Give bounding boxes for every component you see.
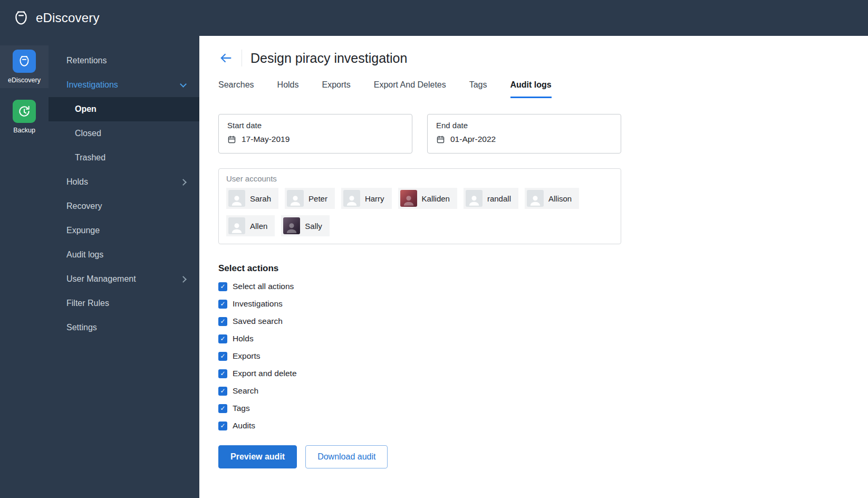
user-chip[interactable]: Sally: [281, 215, 330, 236]
checkbox-checked-icon: ✓: [218, 422, 227, 430]
sidebar-item-trashed[interactable]: Trashed: [49, 146, 199, 170]
sidebar-item-label: Trashed: [75, 153, 105, 162]
checkbox-checked-icon: ✓: [218, 404, 227, 413]
start-date-value-row: 17-May-2019: [227, 135, 403, 144]
user-accounts-label: User accounts: [226, 174, 613, 183]
checkbox-checked-icon: ✓: [218, 282, 227, 291]
checkbox-label: Holds: [233, 334, 254, 343]
sidebar-item-label: Closed: [75, 129, 101, 138]
chevron-right-icon: [180, 179, 187, 186]
back-arrow-icon[interactable]: [218, 51, 233, 65]
user-name: randall: [487, 194, 511, 203]
sidebar-item-investigations[interactable]: Investigations: [49, 73, 199, 97]
start-date-value: 17-May-2019: [242, 135, 290, 144]
rail-item-backup[interactable]: Backup: [0, 95, 49, 138]
rail-item-ediscovery[interactable]: eDiscovery: [0, 45, 49, 88]
sidebar-item-label: Expunge: [66, 226, 100, 235]
user-chip[interactable]: Peter: [285, 188, 335, 209]
tab-tags[interactable]: Tags: [469, 80, 487, 98]
action-buttons: Preview audit Download audit: [218, 445, 847, 468]
sidebar-item-holds[interactable]: Holds: [49, 170, 199, 194]
checkbox-label: Investigations: [233, 299, 283, 309]
sidebar-item-label: Open: [75, 104, 97, 114]
sidebar-item-open[interactable]: Open: [49, 97, 199, 121]
checkbox-label: Select all actions: [233, 282, 294, 291]
date-filters: Start date 17-May-2019 End date: [218, 114, 847, 154]
user-chip[interactable]: Allison: [525, 188, 579, 209]
user-chip[interactable]: Sarah: [226, 188, 278, 209]
tab-bar: Searches Holds Exports Export And Delete…: [218, 80, 847, 98]
sidebar-item-label: Investigations: [66, 80, 118, 90]
end-date-field[interactable]: End date 01-Apr-2022: [427, 114, 621, 154]
checkbox-checked-icon: ✓: [218, 300, 227, 309]
ediscovery-logo-icon: [13, 9, 30, 26]
tab-searches[interactable]: Searches: [218, 80, 254, 98]
sidebar-item-label: Retentions: [66, 56, 107, 65]
sidebar-item-label: Audit logs: [66, 250, 103, 260]
user-chip[interactable]: Kalliden: [398, 188, 457, 209]
sidebar-item-label: Holds: [66, 177, 88, 187]
tab-holds[interactable]: Holds: [277, 80, 299, 98]
avatar: [283, 217, 300, 234]
user-name: Harry: [365, 194, 384, 203]
checkbox-exports[interactable]: ✓ Exports: [218, 351, 847, 361]
sidebar-item-label: Filter Rules: [66, 299, 109, 308]
checkbox-select-all-actions[interactable]: ✓ Select all actions: [218, 282, 847, 291]
start-date-label: Start date: [227, 121, 403, 130]
checkbox-label: Tags: [233, 404, 250, 413]
rail-item-label: Backup: [13, 127, 35, 134]
sidebar-item-user-management[interactable]: User Management: [49, 267, 199, 291]
avatar: [527, 190, 544, 207]
user-chip[interactable]: Allen: [226, 215, 275, 236]
tab-exports[interactable]: Exports: [322, 80, 351, 98]
checkbox-holds[interactable]: ✓ Holds: [218, 334, 847, 343]
checkbox-checked-icon: ✓: [218, 317, 227, 326]
calendar-icon: [227, 135, 236, 144]
topbar: eDiscovery: [0, 0, 868, 36]
sidebar-item-settings[interactable]: Settings: [49, 315, 199, 340]
checkbox-saved-search[interactable]: ✓ Saved search: [218, 317, 847, 326]
avatar: [343, 190, 360, 207]
end-date-value: 01-Apr-2022: [450, 135, 496, 144]
sidebar-item-label: Settings: [66, 323, 97, 332]
sidebar-item-retentions[interactable]: Retentions: [49, 49, 199, 73]
backup-icon: [13, 100, 36, 123]
checkbox-label: Exports: [233, 351, 261, 361]
checkbox-search[interactable]: ✓ Search: [218, 386, 847, 396]
user-chip[interactable]: Harry: [341, 188, 392, 209]
tab-export-and-deletes[interactable]: Export And Deletes: [374, 80, 446, 98]
user-name: Allen: [250, 222, 267, 231]
preview-audit-button[interactable]: Preview audit: [218, 445, 297, 468]
sidebar-item-audit-logs[interactable]: Audit logs: [49, 243, 199, 267]
sidebar-item-filter-rules[interactable]: Filter Rules: [49, 291, 199, 315]
checkbox-label: Search: [233, 386, 258, 396]
chevron-down-icon: [180, 81, 187, 88]
sidebar-item-recovery[interactable]: Recovery: [49, 194, 199, 218]
app-window: eDiscovery eDiscovery: [0, 0, 868, 498]
left-rail: eDiscovery Backup: [0, 36, 49, 498]
sidebar: Retentions Investigations Open Closed Tr…: [49, 36, 199, 498]
page-title: Design piracy investigation: [250, 51, 407, 66]
user-name: Sarah: [250, 194, 271, 203]
tab-audit-logs[interactable]: Audit logs: [510, 80, 552, 98]
avatar: [287, 190, 304, 207]
ediscovery-icon: [13, 50, 36, 73]
checkbox-tags[interactable]: ✓ Tags: [218, 404, 847, 413]
user-chips: Sarah Peter Harry: [226, 188, 613, 236]
checkbox-checked-icon: ✓: [218, 352, 227, 361]
main-content: Design piracy investigation Searches Hol…: [199, 36, 868, 498]
download-audit-button[interactable]: Download audit: [305, 445, 388, 468]
checkbox-investigations[interactable]: ✓ Investigations: [218, 299, 847, 309]
sidebar-item-expunge[interactable]: Expunge: [49, 218, 199, 243]
checkbox-checked-icon: ✓: [218, 387, 227, 396]
user-chip[interactable]: randall: [464, 188, 518, 209]
checkbox-audits[interactable]: ✓ Audits: [218, 421, 847, 430]
rail-item-label: eDiscovery: [8, 76, 41, 84]
checkbox-export-and-delete[interactable]: ✓ Export and delete: [218, 369, 847, 378]
chevron-right-icon: [180, 276, 187, 283]
actions-checkbox-list: ✓ Select all actions ✓ Investigations ✓ …: [218, 282, 847, 430]
sidebar-item-closed[interactable]: Closed: [49, 121, 199, 146]
start-date-field[interactable]: Start date 17-May-2019: [218, 114, 412, 154]
checkbox-label: Audits: [233, 421, 255, 430]
header-divider: [242, 50, 242, 66]
